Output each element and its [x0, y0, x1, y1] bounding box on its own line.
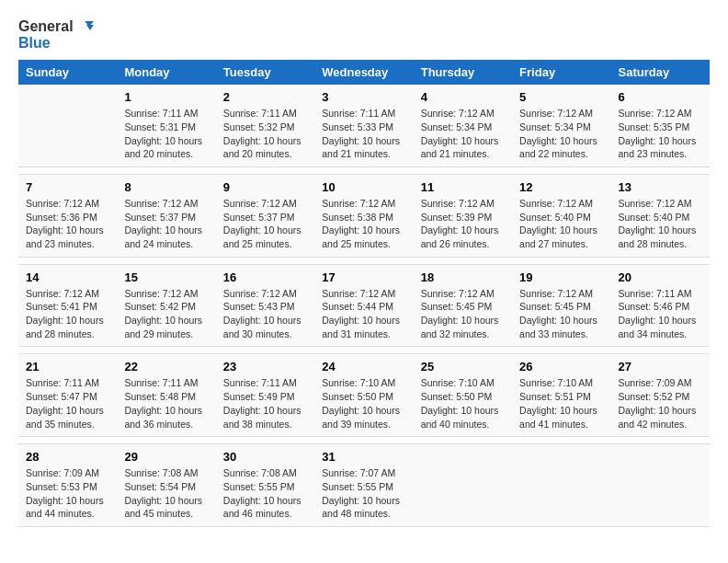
day-cell: 13Sunrise: 7:12 AMSunset: 5:40 PMDayligh…	[611, 174, 710, 257]
day-info: Sunrise: 7:10 AMSunset: 5:50 PMDaylight:…	[322, 376, 405, 431]
day-number: 2	[223, 90, 307, 104]
day-cell: 25Sunrise: 7:10 AMSunset: 5:50 PMDayligh…	[414, 354, 512, 437]
week-separator	[18, 257, 710, 264]
day-number: 5	[519, 90, 603, 104]
day-cell: 5Sunrise: 7:12 AMSunset: 5:34 PMDaylight…	[512, 85, 610, 167]
day-info: Sunrise: 7:12 AMSunset: 5:39 PMDaylight:…	[421, 197, 505, 251]
day-number: 14	[26, 270, 109, 284]
day-info: Sunrise: 7:09 AMSunset: 5:53 PMDaylight:…	[26, 466, 109, 521]
day-number: 24	[322, 360, 405, 373]
day-info: Sunrise: 7:11 AMSunset: 5:32 PMDaylight:…	[223, 107, 307, 161]
day-info: Sunrise: 7:11 AMSunset: 5:48 PMDaylight:…	[124, 376, 208, 431]
header: General Blue	[18, 18, 710, 51]
day-number: 22	[124, 360, 208, 373]
column-headers: SundayMondayTuesdayWednesdayThursdayFrid…	[18, 60, 710, 85]
day-info: Sunrise: 7:12 AMSunset: 5:36 PMDaylight:…	[26, 197, 109, 251]
logo-container: General Blue	[18, 18, 94, 51]
day-cell: 31Sunrise: 7:07 AMSunset: 5:55 PMDayligh…	[314, 444, 413, 527]
day-info: Sunrise: 7:12 AMSunset: 5:45 PMDaylight:…	[519, 287, 603, 341]
week-row-3: 14Sunrise: 7:12 AMSunset: 5:41 PMDayligh…	[18, 264, 710, 347]
day-cell: 29Sunrise: 7:08 AMSunset: 5:54 PMDayligh…	[117, 444, 215, 527]
day-info: Sunrise: 7:08 AMSunset: 5:55 PMDaylight:…	[223, 466, 307, 521]
calendar-table: SundayMondayTuesdayWednesdayThursdayFrid…	[18, 60, 710, 527]
col-header-thursday: Thursday	[414, 60, 512, 85]
day-cell: 18Sunrise: 7:12 AMSunset: 5:45 PMDayligh…	[414, 264, 512, 347]
day-info: Sunrise: 7:11 AMSunset: 5:33 PMDaylight:…	[322, 107, 405, 161]
day-info: Sunrise: 7:12 AMSunset: 5:40 PMDaylight:…	[619, 197, 702, 251]
day-cell: 6Sunrise: 7:12 AMSunset: 5:35 PMDaylight…	[611, 85, 710, 167]
day-number: 6	[619, 90, 702, 104]
day-cell: 23Sunrise: 7:11 AMSunset: 5:49 PMDayligh…	[216, 354, 314, 437]
day-info: Sunrise: 7:09 AMSunset: 5:52 PMDaylight:…	[619, 376, 702, 431]
day-cell: 4Sunrise: 7:12 AMSunset: 5:34 PMDaylight…	[414, 85, 512, 167]
day-cell: 16Sunrise: 7:12 AMSunset: 5:43 PMDayligh…	[216, 264, 314, 347]
day-info: Sunrise: 7:12 AMSunset: 5:37 PMDaylight:…	[124, 197, 208, 251]
day-info: Sunrise: 7:12 AMSunset: 5:44 PMDaylight:…	[322, 287, 405, 341]
day-number: 30	[223, 450, 307, 464]
day-info: Sunrise: 7:12 AMSunset: 5:35 PMDaylight:…	[619, 107, 702, 161]
day-cell: 21Sunrise: 7:11 AMSunset: 5:47 PMDayligh…	[18, 354, 117, 437]
col-header-saturday: Saturday	[611, 60, 710, 85]
day-number: 16	[223, 270, 307, 284]
logo-bird-icon	[75, 19, 94, 34]
day-cell: 12Sunrise: 7:12 AMSunset: 5:40 PMDayligh…	[512, 174, 610, 257]
logo-general-text: General	[18, 18, 74, 35]
day-cell: 22Sunrise: 7:11 AMSunset: 5:48 PMDayligh…	[117, 354, 215, 437]
day-cell: 17Sunrise: 7:12 AMSunset: 5:44 PMDayligh…	[314, 264, 413, 347]
day-info: Sunrise: 7:12 AMSunset: 5:45 PMDaylight:…	[421, 287, 505, 341]
week-row-1: 1Sunrise: 7:11 AMSunset: 5:31 PMDaylight…	[18, 85, 710, 167]
logo-blue-text: Blue	[18, 35, 51, 52]
day-cell: 30Sunrise: 7:08 AMSunset: 5:55 PMDayligh…	[216, 444, 314, 527]
day-info: Sunrise: 7:11 AMSunset: 5:46 PMDaylight:…	[619, 287, 702, 341]
week-separator	[18, 167, 710, 174]
logo: General Blue	[18, 18, 94, 51]
day-number: 17	[322, 270, 405, 284]
day-cell: 24Sunrise: 7:10 AMSunset: 5:50 PMDayligh…	[314, 354, 413, 437]
day-cell	[414, 444, 512, 527]
day-number: 9	[223, 180, 307, 194]
day-number: 10	[322, 180, 405, 194]
day-info: Sunrise: 7:12 AMSunset: 5:43 PMDaylight:…	[223, 287, 307, 341]
day-number: 19	[519, 270, 603, 284]
day-cell: 1Sunrise: 7:11 AMSunset: 5:31 PMDaylight…	[117, 85, 215, 167]
col-header-wednesday: Wednesday	[314, 60, 413, 85]
day-number: 12	[519, 180, 603, 194]
day-cell: 9Sunrise: 7:12 AMSunset: 5:37 PMDaylight…	[216, 174, 314, 257]
day-cell: 2Sunrise: 7:11 AMSunset: 5:32 PMDaylight…	[216, 85, 314, 167]
separator-cell	[18, 347, 710, 354]
col-header-tuesday: Tuesday	[216, 60, 314, 85]
day-info: Sunrise: 7:10 AMSunset: 5:51 PMDaylight:…	[519, 376, 603, 431]
col-header-friday: Friday	[512, 60, 610, 85]
day-info: Sunrise: 7:12 AMSunset: 5:34 PMDaylight:…	[519, 107, 603, 161]
day-cell: 15Sunrise: 7:12 AMSunset: 5:42 PMDayligh…	[117, 264, 215, 347]
separator-cell	[18, 437, 710, 444]
day-info: Sunrise: 7:12 AMSunset: 5:37 PMDaylight:…	[223, 197, 307, 251]
day-cell: 26Sunrise: 7:10 AMSunset: 5:51 PMDayligh…	[512, 354, 610, 437]
day-info: Sunrise: 7:12 AMSunset: 5:38 PMDaylight:…	[322, 197, 405, 251]
day-cell: 11Sunrise: 7:12 AMSunset: 5:39 PMDayligh…	[414, 174, 512, 257]
day-info: Sunrise: 7:12 AMSunset: 5:34 PMDaylight:…	[421, 107, 505, 161]
day-number: 8	[124, 180, 208, 194]
week-row-2: 7Sunrise: 7:12 AMSunset: 5:36 PMDaylight…	[18, 174, 710, 257]
day-info: Sunrise: 7:11 AMSunset: 5:31 PMDaylight:…	[124, 107, 208, 161]
week-separator	[18, 347, 710, 354]
day-number: 1	[124, 90, 208, 104]
day-number: 25	[421, 360, 505, 373]
col-header-monday: Monday	[117, 60, 215, 85]
day-info: Sunrise: 7:11 AMSunset: 5:47 PMDaylight:…	[26, 376, 109, 431]
day-number: 21	[26, 360, 109, 373]
day-cell	[512, 444, 610, 527]
day-info: Sunrise: 7:10 AMSunset: 5:50 PMDaylight:…	[421, 376, 505, 431]
day-number: 4	[421, 90, 505, 104]
week-row-4: 21Sunrise: 7:11 AMSunset: 5:47 PMDayligh…	[18, 354, 710, 437]
day-number: 7	[26, 180, 109, 194]
day-number: 11	[421, 180, 505, 194]
svg-marker-1	[86, 25, 94, 30]
week-separator	[18, 437, 710, 444]
day-info: Sunrise: 7:11 AMSunset: 5:49 PMDaylight:…	[223, 376, 307, 431]
day-number: 15	[124, 270, 208, 284]
day-number: 27	[619, 360, 702, 373]
day-number: 3	[322, 90, 405, 104]
day-number: 18	[421, 270, 505, 284]
day-cell: 28Sunrise: 7:09 AMSunset: 5:53 PMDayligh…	[18, 444, 117, 527]
